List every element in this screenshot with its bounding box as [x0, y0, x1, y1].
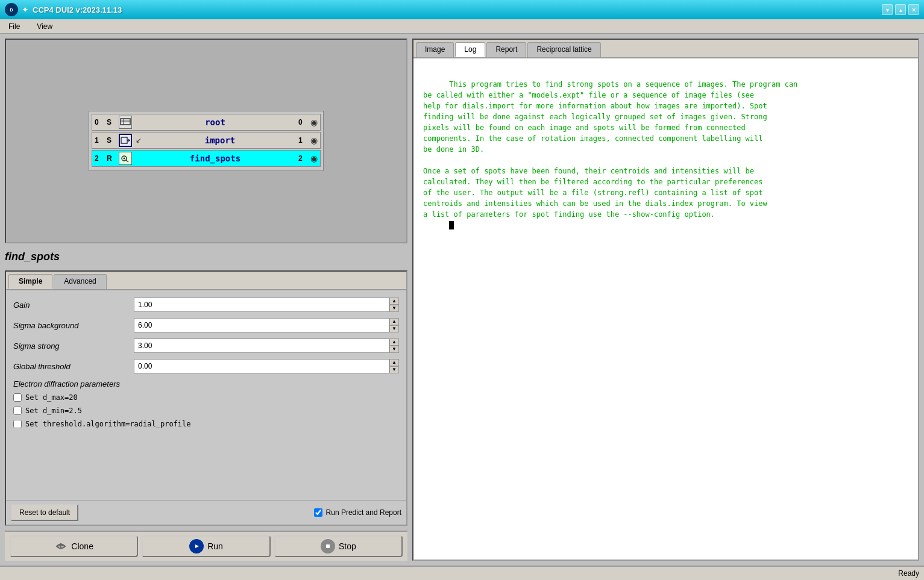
dmax-label: Set d_max=20 — [25, 393, 78, 402]
row-num-1: 1 — [95, 136, 104, 145]
global-threshold-label: Global threshold — [13, 362, 134, 371]
tab-advanced[interactable]: Advanced — [54, 274, 106, 289]
bottom-bar: Reset to default Run Predict and Report — [6, 500, 406, 525]
maximize-button[interactable]: ▴ — [895, 4, 906, 15]
radial-checkbox[interactable] — [13, 420, 22, 428]
row-name-findspots: find_spots — [134, 154, 296, 163]
svg-point-8 — [124, 158, 125, 160]
global-threshold-input[interactable] — [134, 359, 389, 373]
param-row-global-threshold: Global threshold ▲ ▼ — [13, 359, 399, 373]
svg-text:D: D — [10, 8, 13, 12]
radial-label: Set threshold.algorithm=radial_profile — [25, 420, 191, 428]
menu-view[interactable]: View — [33, 21, 56, 32]
log-content: This program tries to find strong spots … — [413, 58, 918, 560]
tabs-bar: Simple Advanced — [6, 272, 406, 290]
dmin-checkbox[interactable] — [13, 407, 22, 415]
checkbox-row-radial: Set threshold.algorithm=radial_profile — [13, 420, 399, 428]
sigma-bg-down[interactable]: ▼ — [389, 325, 399, 332]
sigma-bg-input[interactable] — [134, 318, 389, 332]
main-content: 0 S root 0 ◉ 1 S — [0, 34, 924, 566]
dmin-label: Set d_min=2.5 — [25, 407, 82, 415]
gain-down[interactable]: ▼ — [389, 305, 399, 312]
title-bar-controls: ▾ ▴ ✕ — [882, 4, 919, 15]
tab-report[interactable]: Report — [486, 42, 526, 57]
stop-icon — [321, 539, 335, 553]
action-buttons: Clone Run Stop — [5, 531, 407, 561]
title-text: CCP4 DUI2 v:2023.11.13 — [33, 5, 122, 14]
dmax-checkbox[interactable] — [13, 393, 22, 402]
pipeline-inner: 0 S root 0 ◉ 1 S — [89, 111, 324, 171]
row-num2-2: 2 — [298, 154, 308, 163]
tab-image[interactable]: Image — [416, 42, 454, 57]
right-tabs: Image Log Report Reciprocal lattice — [413, 40, 918, 58]
global-threshold-up[interactable]: ▲ — [389, 359, 399, 366]
run-predict-label: Run Predict and Report — [326, 508, 401, 517]
sigma-strong-down[interactable]: ▼ — [389, 346, 399, 353]
sigma-bg-spinners: ▲ ▼ — [389, 318, 399, 332]
row-icon-root — [119, 116, 132, 129]
clone-button[interactable]: Clone — [10, 535, 138, 557]
reset-button[interactable]: Reset to default — [11, 504, 78, 521]
row-name-root: root — [134, 117, 296, 127]
params-content: Gain ▲ ▼ Sigma background — [6, 290, 406, 500]
param-row-sigma-bg: Sigma background ▲ ▼ — [13, 318, 399, 332]
sigma-strong-up[interactable]: ▲ — [389, 338, 399, 346]
run-predict-check: Run Predict and Report — [314, 508, 401, 517]
tab-reciprocal-lattice[interactable]: Reciprocal lattice — [527, 42, 600, 57]
param-row-sigma-strong: Sigma strong ▲ ▼ — [13, 338, 399, 353]
row-num-0: 0 — [95, 118, 104, 126]
svg-rect-5 — [121, 137, 127, 143]
sigma-bg-up[interactable]: ▲ — [389, 318, 399, 325]
row-icon-import — [119, 134, 132, 147]
row-eye-2[interactable]: ◉ — [310, 154, 318, 163]
run-button[interactable]: Run — [142, 535, 270, 557]
row-eye-0[interactable]: ◉ — [310, 117, 318, 127]
global-threshold-down[interactable]: ▼ — [389, 366, 399, 373]
checkbox-row-dmax: Set d_max=20 — [13, 393, 399, 402]
menu-file[interactable]: File — [5, 21, 24, 32]
stop-button[interactable]: Stop — [274, 535, 403, 557]
sigma-bg-input-group: ▲ ▼ — [134, 318, 399, 332]
gain-input-group: ▲ ▼ — [134, 298, 399, 312]
tab-log[interactable]: Log — [455, 42, 485, 57]
title-bar-left: D ✦ CCP4 DUI2 v:2023.11.13 — [5, 3, 122, 16]
row-name-import: import — [144, 136, 296, 145]
sigma-strong-spinners: ▲ ▼ — [389, 338, 399, 353]
row-type-2: R — [107, 154, 116, 163]
clone-icon — [54, 540, 68, 553]
params-panel: Simple Advanced Gain ▲ ▼ — [5, 270, 407, 526]
stop-label: Stop — [339, 541, 356, 551]
menu-bar: File View — [0, 19, 924, 34]
left-panel: 0 S root 0 ◉ 1 S — [5, 39, 407, 561]
gain-label: Gain — [13, 301, 134, 310]
pipeline-row-import[interactable]: 1 S ↙ import 1 ◉ — [92, 132, 321, 149]
pipeline-row-findspots[interactable]: 2 R find_spots 2 ◉ — [92, 150, 321, 167]
svg-rect-2 — [121, 119, 130, 125]
svg-rect-12 — [326, 544, 330, 548]
gain-spinners: ▲ ▼ — [389, 298, 399, 312]
sigma-strong-label: Sigma strong — [13, 341, 134, 351]
row-num-2: 2 — [95, 154, 104, 163]
close-button[interactable]: ✕ — [908, 4, 919, 15]
row-num2-0: 0 — [298, 118, 308, 126]
title-bar: D ✦ CCP4 DUI2 v:2023.11.13 ▾ ▴ ✕ — [0, 0, 924, 19]
row-eye-1[interactable]: ◉ — [310, 136, 318, 145]
status-bar: Ready — [0, 566, 924, 580]
param-row-gain: Gain ▲ ▼ — [13, 298, 399, 312]
sigma-strong-input[interactable] — [134, 338, 389, 353]
row-type-1: S — [107, 136, 116, 145]
gain-up[interactable]: ▲ — [389, 298, 399, 305]
minimize-button[interactable]: ▾ — [882, 4, 893, 15]
run-predict-checkbox[interactable] — [314, 508, 322, 517]
wand-icon: ✦ — [22, 5, 29, 14]
electron-diffraction-label: Electron diffraction parameters — [13, 379, 399, 388]
status-text: Ready — [898, 569, 919, 578]
tab-simple[interactable]: Simple — [8, 274, 52, 289]
pipeline-row-root[interactable]: 0 S root 0 ◉ — [92, 114, 321, 131]
sigma-strong-input-group: ▲ ▼ — [134, 338, 399, 353]
gain-input[interactable] — [134, 298, 389, 312]
checkbox-row-dmin: Set d_min=2.5 — [13, 407, 399, 415]
row-type-0: S — [107, 118, 116, 126]
sigma-bg-label: Sigma background — [13, 321, 134, 330]
row-arrow-1: ↙ — [136, 136, 142, 145]
